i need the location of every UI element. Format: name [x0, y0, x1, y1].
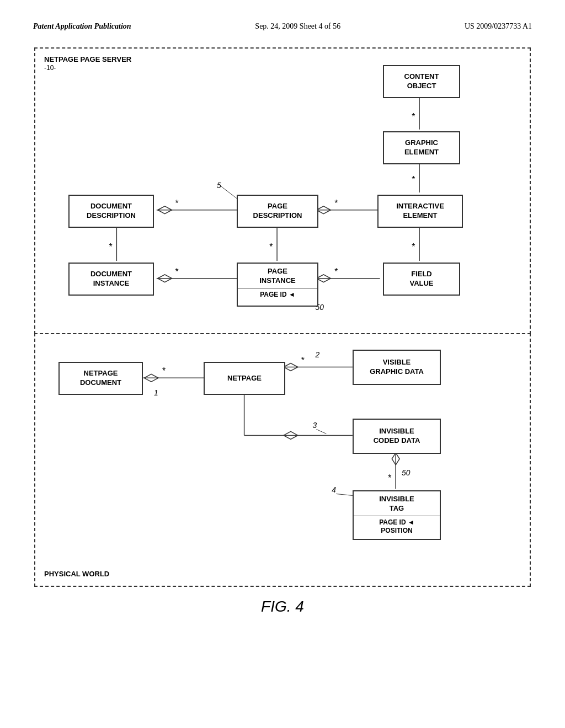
top-section: * * * * * *: [34, 47, 531, 334]
svg-text:*: *: [109, 242, 112, 251]
header-patent-number: US 2009/0237733 A1: [465, 22, 532, 31]
svg-text:4: 4: [332, 485, 336, 494]
svg-text:3: 3: [313, 421, 317, 430]
svg-text:*: *: [388, 473, 391, 483]
graphic-element-box: GRAPHICELEMENT: [383, 131, 460, 164]
svg-marker-10: [317, 275, 331, 282]
page-instance-box: PAGEINSTANCE PAGE ID ◄: [237, 263, 318, 307]
svg-text:*: *: [301, 356, 305, 365]
bottom-section: * 1 * 2 3: [34, 333, 531, 587]
invisible-coded-data-box: INVISIBLECODED DATA: [353, 419, 441, 454]
interactive-element-box: INTERACTIVEELEMENT: [377, 195, 463, 228]
visible-graphic-data-box: VISIBLEGRAPHIC DATA: [353, 350, 441, 385]
svg-text:*: *: [334, 267, 338, 276]
netpage-box: NETPAGE: [204, 362, 285, 395]
svg-text:*: *: [175, 199, 179, 208]
svg-text:*: *: [162, 366, 166, 376]
svg-text:*: *: [175, 267, 179, 276]
diagram-container: * * * * * *: [34, 47, 531, 615]
svg-text:*: *: [412, 175, 415, 184]
document-description-box: DOCUMENTDESCRIPTION: [68, 195, 154, 228]
figure-caption: FIG. 4: [34, 598, 531, 615]
svg-marker-30: [284, 363, 298, 371]
svg-marker-34: [284, 431, 298, 439]
svg-marker-40: [392, 453, 399, 465]
svg-line-44: [336, 494, 353, 495]
svg-text:*: *: [412, 112, 415, 121]
page-description-box: PAGEDESCRIPTION: [237, 195, 318, 228]
svg-text:*: *: [412, 242, 415, 251]
svg-line-36: [316, 429, 326, 433]
svg-line-23: [221, 186, 238, 199]
invisible-tag-box: INVISIBLETAG PAGE ID ◄POSITION: [353, 490, 441, 540]
svg-text:1: 1: [154, 388, 158, 397]
svg-text:*: *: [334, 199, 338, 208]
document-instance-box: DOCUMENTINSTANCE: [68, 263, 154, 296]
svg-marker-26: [144, 374, 158, 382]
svg-marker-15: [158, 206, 172, 214]
header-publication-type: Patent Application Publication: [33, 22, 131, 31]
page: Patent Application Publication Sep. 24, …: [0, 0, 565, 728]
svg-text:*: *: [269, 242, 273, 251]
bottom-section-label: PHYSICAL WORLD: [44, 570, 109, 578]
header: Patent Application Publication Sep. 24, …: [33, 22, 532, 31]
svg-text:50: 50: [402, 468, 411, 477]
field-value-box: FIELDVALUE: [383, 263, 460, 296]
header-date-sheet: Sep. 24, 2009 Sheet 4 of 56: [255, 22, 340, 31]
content-object-box: CONTENTOBJECT: [383, 65, 460, 98]
top-section-label: NETPAGE PAGE SERVER -10-: [44, 55, 131, 72]
svg-text:2: 2: [315, 350, 319, 359]
svg-marker-7: [317, 206, 331, 214]
netpage-document-box: NETPAGEDOCUMENT: [58, 362, 143, 395]
svg-text:5: 5: [217, 181, 221, 190]
svg-marker-20: [158, 275, 172, 282]
